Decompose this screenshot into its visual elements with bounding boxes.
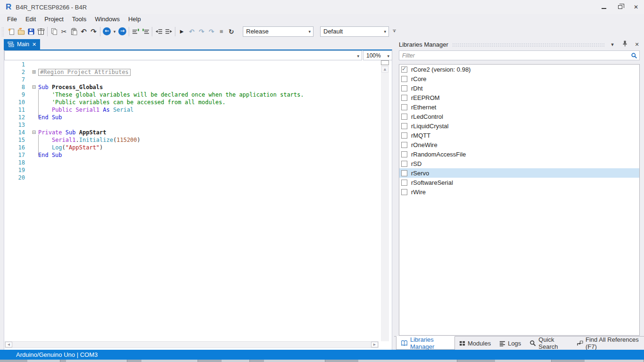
library-item-ronewire[interactable]: rOneWire: [399, 140, 639, 149]
checkbox-icon[interactable]: [401, 76, 407, 82]
code-line[interactable]: 7: [4, 76, 381, 83]
menu-windows[interactable]: Windows: [91, 16, 124, 23]
profile-select[interactable]: Default ▾: [320, 26, 389, 37]
library-item-rmqtt[interactable]: rMQTT: [399, 131, 639, 140]
checkbox-icon[interactable]: [401, 151, 407, 157]
close-button[interactable]: ✕: [628, 0, 644, 14]
step-out-icon[interactable]: ↷: [206, 26, 216, 37]
minimize-button[interactable]: [596, 0, 612, 14]
toolbar-grip[interactable]: [1, 27, 4, 36]
code-line[interactable]: 10 'Public variables can be accessed fro…: [4, 99, 381, 106]
code-line[interactable]: 12End Sub: [4, 114, 381, 121]
back-history-dropdown-icon[interactable]: ▾: [112, 26, 117, 37]
paste-icon[interactable]: [69, 26, 79, 37]
tab-close-icon[interactable]: ✕: [32, 41, 36, 48]
code-line[interactable]: 1: [4, 61, 381, 68]
code-line[interactable]: 17End Sub: [4, 151, 381, 159]
vertical-scrollbar[interactable]: ▲: [381, 61, 389, 341]
undo-icon[interactable]: ↶: [79, 26, 89, 37]
panel-tab-libraries-manager[interactable]: Libraries Manager: [396, 336, 455, 350]
panel-tab-logs[interactable]: Logs: [495, 337, 525, 350]
menu-edit[interactable]: Edit: [21, 16, 40, 23]
library-item-rsd[interactable]: rSD: [399, 159, 639, 168]
panel-tab-quick-search[interactable]: Quick Search: [525, 337, 572, 350]
library-item-rservo[interactable]: rServo: [399, 168, 639, 178]
code-line[interactable]: 14⊟Private Sub AppStart: [4, 129, 381, 136]
member-navigation-select[interactable]: ▾: [4, 50, 362, 60]
checkbox-icon[interactable]: [401, 95, 407, 101]
checkbox-icon[interactable]: [401, 104, 407, 110]
build-configuration-select[interactable]: Release ▾: [243, 26, 314, 37]
comment-selection-icon[interactable]: [131, 26, 140, 37]
panel-position-button[interactable]: ▾: [608, 41, 617, 48]
checkbox-icon[interactable]: [401, 85, 407, 91]
library-item-rliquidcrystal[interactable]: rLiquidCrystal: [399, 121, 639, 131]
library-item-rcore2[interactable]: ✓rCore2 (version: 0.98): [399, 65, 639, 74]
checkbox-icon[interactable]: [401, 142, 407, 148]
zoom-select[interactable]: 100% ▾: [363, 50, 392, 60]
step-into-icon[interactable]: ↷: [197, 26, 206, 37]
code-line[interactable]: 9 'These global variables will be declar…: [4, 91, 381, 99]
menu-file[interactable]: File: [3, 16, 21, 23]
panel-close-button[interactable]: ✕: [633, 41, 641, 48]
checkbox-checked-icon[interactable]: ✓: [401, 66, 407, 73]
checkbox-icon[interactable]: [401, 123, 407, 129]
indent-icon[interactable]: [164, 26, 173, 37]
open-project-icon[interactable]: [16, 26, 26, 37]
code-line[interactable]: 15 Serial1.Initialize(115200): [4, 136, 381, 144]
toolbar-overflow-button[interactable]: ▾: [393, 30, 396, 33]
run-icon[interactable]: ▶: [177, 26, 187, 37]
library-item-rwire[interactable]: rWire: [399, 187, 639, 197]
library-item-rledcontrol[interactable]: rLedControl: [399, 112, 639, 121]
library-item-rrandomaccessfile[interactable]: rRandomAccessFile: [399, 149, 639, 159]
restore-button[interactable]: [612, 0, 628, 14]
export-project-icon[interactable]: [36, 26, 46, 37]
save-icon[interactable]: [26, 26, 36, 37]
fold-expand-icon[interactable]: ⊞: [30, 68, 38, 76]
copy-icon[interactable]: [49, 26, 59, 37]
step-over-icon[interactable]: ↶: [187, 26, 197, 37]
code-line[interactable]: 19: [4, 166, 381, 174]
fold-collapse-icon[interactable]: ⊟: [30, 129, 38, 136]
fold-collapse-icon[interactable]: ⊟: [30, 83, 38, 91]
scroll-right-icon[interactable]: ▶: [371, 342, 378, 347]
checkbox-icon[interactable]: [401, 161, 407, 167]
library-item-reeprom[interactable]: rEEPROM: [399, 93, 639, 102]
cut-icon[interactable]: ✂: [59, 26, 69, 37]
code-line[interactable]: 13: [4, 121, 381, 129]
navigate-forward-icon[interactable]: →: [117, 26, 127, 37]
search-icon[interactable]: [629, 52, 639, 59]
panel-tab-find-all-references-f7-[interactable]: Find All References (F7): [572, 337, 644, 350]
menu-help[interactable]: Help: [124, 16, 145, 23]
library-item-rdht[interactable]: rDht: [399, 83, 639, 93]
rebuild-icon[interactable]: ↻: [226, 26, 236, 37]
outdent-icon[interactable]: [154, 26, 164, 37]
code-line[interactable]: 20: [4, 174, 381, 181]
code-line[interactable]: 18: [4, 159, 381, 166]
library-item-rethernet[interactable]: rEthernet: [399, 102, 639, 112]
checkbox-icon[interactable]: [401, 180, 407, 186]
code-line[interactable]: 16 Log("AppStart"): [4, 144, 381, 151]
redo-icon[interactable]: ↷: [89, 26, 99, 37]
horizontal-scrollbar[interactable]: ◀ ▶: [5, 341, 379, 348]
scroll-up-icon[interactable]: ▲: [381, 66, 388, 73]
menu-project[interactable]: Project: [40, 16, 67, 23]
pin-button[interactable]: [620, 41, 629, 48]
filter-input[interactable]: [399, 52, 629, 59]
panel-tab-modules[interactable]: Modules: [455, 337, 495, 350]
code-line[interactable]: 2⊞#Region Project Attributes: [4, 68, 381, 76]
checkbox-icon[interactable]: [401, 114, 407, 120]
stop-icon[interactable]: ■: [216, 26, 226, 37]
code-line[interactable]: 11 Public Serial1 As Serial: [4, 106, 381, 114]
checkbox-icon[interactable]: [401, 189, 407, 195]
tab-main[interactable]: Main ✕: [4, 39, 40, 49]
navigate-back-icon[interactable]: ←: [102, 26, 112, 37]
new-file-icon[interactable]: [6, 26, 16, 37]
library-item-rcore[interactable]: rCore: [399, 74, 639, 83]
scroll-left-icon[interactable]: ◀: [5, 342, 12, 347]
code-text-area[interactable]: 12⊞#Region Project Attributes78⊟Sub Proc…: [4, 61, 381, 202]
checkbox-icon[interactable]: [401, 132, 407, 139]
checkbox-icon[interactable]: [401, 170, 407, 176]
uncomment-selection-icon[interactable]: [140, 26, 150, 37]
split-handle[interactable]: [381, 60, 389, 65]
